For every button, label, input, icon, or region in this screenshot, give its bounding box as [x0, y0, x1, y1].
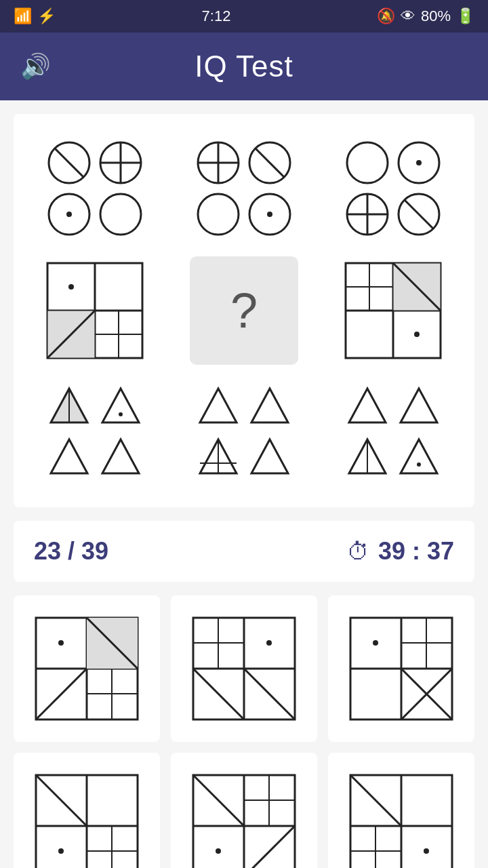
- pattern-r2c3: [339, 256, 447, 365]
- svg-line-102: [350, 775, 401, 826]
- status-right: 🔕 👁 80% 🔋: [377, 7, 474, 25]
- svg-marker-43: [102, 389, 139, 422]
- usb-icon: ⚡: [37, 7, 56, 25]
- svg-marker-53: [349, 389, 386, 422]
- svg-line-94: [193, 775, 244, 826]
- svg-point-105: [424, 848, 429, 854]
- svg-point-79: [373, 640, 378, 646]
- pattern-r1c3: [339, 134, 447, 243]
- svg-marker-47: [200, 389, 237, 422]
- svg-line-1: [55, 149, 83, 177]
- pattern-r3c1: [41, 378, 149, 487]
- answer-option-3[interactable]: [328, 595, 474, 742]
- battery-icon: 🔋: [456, 7, 474, 25]
- svg-marker-57: [401, 439, 437, 473]
- question-mark-cell: ?: [190, 256, 298, 365]
- svg-point-44: [119, 412, 123, 416]
- svg-point-6: [66, 212, 72, 217]
- eye-icon: 👁: [401, 7, 415, 25]
- page-title: IQ Test: [195, 50, 293, 83]
- svg-line-97: [244, 826, 295, 868]
- svg-point-71: [266, 640, 272, 646]
- pattern-r3c2: [190, 378, 298, 487]
- svg-line-12: [256, 149, 284, 177]
- svg-marker-52: [251, 439, 288, 473]
- svg-point-15: [267, 212, 272, 217]
- svg-point-13: [198, 194, 239, 235]
- svg-line-75: [244, 669, 295, 719]
- pattern-r2c1: [41, 256, 149, 365]
- answers-grid: [14, 595, 474, 868]
- svg-marker-54: [401, 389, 437, 422]
- svg-point-38: [414, 332, 420, 337]
- svg-point-90: [58, 848, 64, 854]
- pattern-grid: ?: [27, 134, 461, 487]
- svg-line-23: [405, 200, 433, 229]
- svg-line-72: [193, 669, 244, 719]
- svg-marker-48: [251, 389, 288, 422]
- question-card: ?: [14, 114, 474, 507]
- svg-line-65: [36, 669, 87, 719]
- svg-point-27: [68, 284, 74, 290]
- svg-point-62: [58, 640, 64, 646]
- answer-option-5[interactable]: [171, 753, 317, 868]
- svg-marker-45: [51, 439, 87, 473]
- status-left: 📶 ⚡: [14, 7, 56, 25]
- answer-option-2[interactable]: [171, 595, 317, 742]
- progress-card: 23 / 39 ⏱ 39 : 37: [14, 521, 474, 582]
- app-header: 🔊 IQ Test: [0, 33, 488, 100]
- progress-counter: 23 / 39: [34, 537, 108, 566]
- pattern-r3c3: [339, 378, 447, 487]
- svg-point-98: [216, 848, 221, 854]
- main-content: ?: [0, 100, 488, 868]
- answer-option-6[interactable]: [328, 753, 474, 868]
- pattern-r1c1: [41, 134, 149, 243]
- pattern-r1c2: [190, 134, 298, 243]
- question-mark: ?: [230, 283, 258, 338]
- timer-section: ⏱ 39 : 37: [347, 537, 454, 566]
- status-bar: 📶 ⚡ 7:12 🔕 👁 80% 🔋: [0, 0, 488, 33]
- battery-text: 80%: [421, 7, 451, 25]
- sound-button[interactable]: 🔊: [20, 52, 51, 81]
- timer-icon: ⏱: [347, 538, 370, 565]
- signal-icon: 📶: [14, 7, 32, 25]
- svg-point-58: [417, 462, 421, 467]
- svg-marker-46: [102, 439, 139, 473]
- answer-option-1[interactable]: [14, 595, 160, 742]
- alarm-icon: 🔕: [377, 7, 395, 25]
- answer-option-4[interactable]: [14, 753, 160, 868]
- status-time: 7:12: [202, 7, 231, 25]
- svg-point-18: [416, 160, 422, 165]
- svg-line-87: [36, 775, 87, 826]
- timer-display: 39 : 37: [378, 537, 454, 566]
- svg-point-7: [100, 194, 141, 235]
- svg-point-16: [347, 142, 388, 183]
